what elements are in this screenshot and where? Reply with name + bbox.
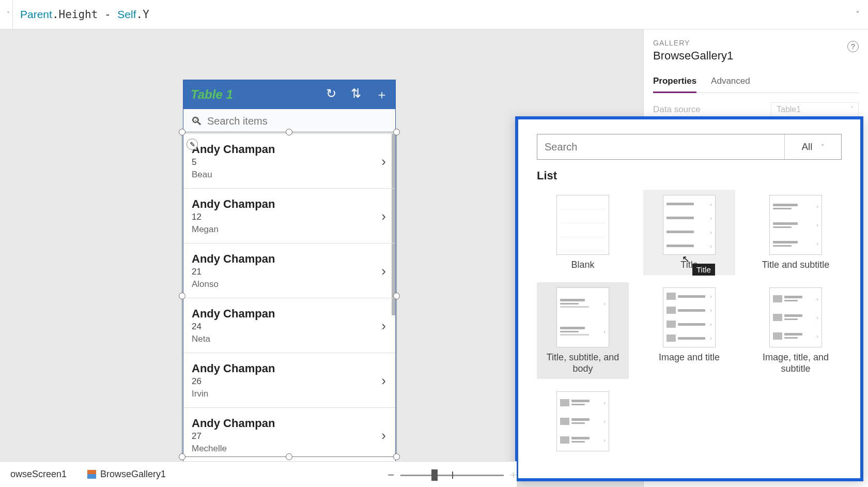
item-subtitle: Neta bbox=[192, 334, 387, 344]
item-number: 12 bbox=[192, 212, 387, 222]
layout-grid: Blank››››Title›››Title and subtitle››Tit… bbox=[537, 190, 842, 455]
gallery-list[interactable]: Andy Champan 5 Beau ›Andy Champan 12 Meg… bbox=[183, 134, 395, 464]
search-icon: 🔍︎ bbox=[191, 115, 202, 128]
item-title: Andy Champan bbox=[192, 417, 387, 430]
layout-option[interactable]: ››››Title bbox=[643, 190, 735, 275]
layout-picker: All ˅ List Blank››››Title›››Title and su… bbox=[515, 116, 863, 481]
tab-advanced[interactable]: Advanced bbox=[711, 73, 750, 93]
layout-label: Title and subtitle bbox=[762, 259, 829, 271]
search-box[interactable]: 🔍︎ bbox=[183, 109, 395, 134]
property-dropdown[interactable]: ˅ bbox=[0, 0, 13, 29]
layout-option[interactable]: Blank bbox=[537, 190, 629, 275]
item-subtitle: Irvin bbox=[192, 389, 387, 399]
chevron-right-icon[interactable]: › bbox=[381, 208, 386, 224]
panel-tabs: Properties Advanced bbox=[653, 73, 859, 93]
panel-control-name: BrowseGallery1 bbox=[653, 49, 859, 63]
list-item[interactable]: Andy Champan 5 Beau › bbox=[183, 134, 395, 189]
phone-preview: Table 1 ↻ ⇅ ＋ 🔍︎ Andy Champan 5 Beau ›An… bbox=[183, 80, 395, 464]
formula-expand-button[interactable]: ˅ bbox=[847, 10, 868, 20]
search-input[interactable] bbox=[207, 115, 388, 127]
zoom-out-button[interactable]: − bbox=[388, 468, 394, 482]
zoom-slider[interactable] bbox=[400, 475, 504, 476]
panel-section-label: GALLERY bbox=[653, 39, 859, 47]
picker-section-heading: List bbox=[537, 169, 842, 182]
breadcrumb-gallery-label: BrowseGallery1 bbox=[100, 469, 166, 480]
chevron-down-icon: ˅ bbox=[7, 11, 10, 18]
chevron-right-icon[interactable]: › bbox=[381, 153, 386, 169]
data-source-label: Data source bbox=[653, 104, 771, 115]
chevron-down-icon: ˅ bbox=[821, 143, 825, 151]
add-icon[interactable]: ＋ bbox=[376, 86, 388, 103]
data-source-dropdown[interactable]: Table1 bbox=[771, 102, 859, 117]
item-subtitle: Mechelle bbox=[192, 444, 387, 454]
item-subtitle: Beau bbox=[192, 170, 387, 180]
layout-option[interactable]: ››››Image and title bbox=[643, 282, 735, 379]
formula-text[interactable]: Parent.Height - Self.Y bbox=[13, 8, 847, 21]
layout-tooltip: Title bbox=[692, 264, 715, 276]
breadcrumb-screen-label: owseScreen1 bbox=[10, 469, 67, 480]
layout-option[interactable]: ›››Image, title, and subtitle bbox=[750, 282, 842, 379]
formula-bar: ˅ Parent.Height - Self.Y ˅ bbox=[0, 0, 868, 29]
list-item[interactable]: Andy Champan 12 Megan › bbox=[183, 189, 395, 244]
item-number: 24 bbox=[192, 322, 387, 332]
item-title: Andy Champan bbox=[192, 307, 387, 321]
help-icon[interactable]: ? bbox=[847, 41, 859, 52]
layout-option[interactable]: ›››Title and subtitle bbox=[750, 190, 842, 275]
list-item[interactable]: Andy Champan 27 Mechelle › bbox=[183, 408, 395, 463]
picker-search-bar: All ˅ bbox=[537, 134, 842, 160]
layout-label: Blank bbox=[571, 259, 594, 271]
layout-label: Title, subtitle, and body bbox=[540, 352, 626, 375]
chevron-right-icon[interactable]: › bbox=[381, 263, 386, 279]
breadcrumb-gallery[interactable]: BrowseGallery1 bbox=[77, 462, 176, 487]
sort-icon[interactable]: ⇅ bbox=[351, 86, 361, 103]
picker-search-input[interactable] bbox=[537, 141, 784, 153]
item-title: Andy Champan bbox=[192, 197, 387, 211]
gallery-icon bbox=[87, 470, 96, 479]
picker-filter-label: All bbox=[801, 141, 812, 153]
chevron-right-icon[interactable]: › bbox=[381, 427, 386, 443]
list-item[interactable]: Andy Champan 24 Neta › bbox=[183, 298, 395, 353]
item-subtitle: Megan bbox=[192, 224, 387, 235]
layout-label: Image and title bbox=[659, 352, 720, 363]
item-title: Andy Champan bbox=[192, 362, 387, 375]
list-item[interactable]: Andy Champan 21 Alonso › bbox=[183, 244, 395, 298]
picker-filter-dropdown[interactable]: All ˅ bbox=[784, 134, 841, 159]
item-number: 26 bbox=[192, 376, 387, 387]
chevron-down-icon: ˅ bbox=[856, 10, 860, 19]
data-source-row: Data source Table1 bbox=[653, 102, 859, 117]
layout-option[interactable]: ››Title, subtitle, and body bbox=[537, 282, 629, 379]
tab-properties[interactable]: Properties bbox=[653, 73, 696, 93]
layout-label: Image, title, and subtitle bbox=[753, 352, 839, 375]
layout-option[interactable]: ››› bbox=[537, 386, 629, 455]
item-number: 5 bbox=[192, 157, 387, 168]
phone-header: Table 1 ↻ ⇅ ＋ bbox=[183, 80, 395, 109]
breadcrumb-screen[interactable]: owseScreen1 bbox=[0, 462, 77, 487]
item-number: 27 bbox=[192, 431, 387, 442]
chevron-right-icon[interactable]: › bbox=[381, 317, 386, 333]
item-title: Andy Champan bbox=[192, 143, 387, 156]
refresh-icon[interactable]: ↻ bbox=[326, 86, 336, 103]
screen-title[interactable]: Table 1 bbox=[191, 87, 326, 102]
zoom-in-button[interactable]: + bbox=[510, 468, 517, 482]
item-subtitle: Alonso bbox=[192, 279, 387, 290]
list-item[interactable]: Andy Champan 26 Irvin › bbox=[183, 353, 395, 408]
item-number: 21 bbox=[192, 267, 387, 277]
zoom-control: − + bbox=[388, 468, 517, 482]
item-title: Andy Champan bbox=[192, 252, 387, 266]
chevron-right-icon[interactable]: › bbox=[381, 372, 386, 388]
